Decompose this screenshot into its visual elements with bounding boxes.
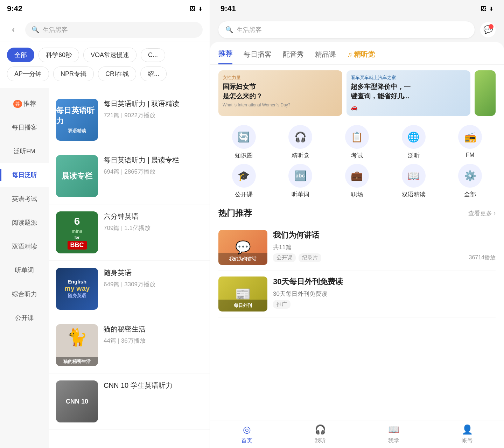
filter-ap[interactable]: AP一分钟 xyxy=(7,66,49,81)
icon-bilingual[interactable]: 📖 双语精读 xyxy=(393,164,435,198)
nav-bilingual[interactable]: 双语精读 xyxy=(0,234,49,258)
filter-row-2: AP一分钟 NPR专辑 CRI在线 绍... xyxy=(7,66,203,81)
filter-npr[interactable]: NPR专辑 xyxy=(53,66,94,81)
left-status-icons: 🖼 ⬇ xyxy=(190,6,203,12)
list-item[interactable]: 每日英语听力 双语精读 每日英语听力 | 双语精读 721篇 | 9022万播放 xyxy=(49,92,210,148)
banner-area: 女性力量 国际妇女节是怎么来的？ What is International W… xyxy=(210,65,504,121)
list-meta-1: 721篇 | 9022万播放 xyxy=(104,111,203,119)
icon-fanting[interactable]: 🌐 泛听 xyxy=(393,125,435,160)
bilingual-icon: 📖 xyxy=(402,164,426,188)
hot-card-1[interactable]: 我们为何讲话 💬 我们为何讲话 共11篇 公开课 纪录片 36714播放 xyxy=(218,224,496,271)
filter-c[interactable]: C... xyxy=(141,48,165,62)
icon-jingting[interactable]: 🎧 精听党 xyxy=(279,125,321,160)
left-search-input[interactable]: 🔍 生活黑客 xyxy=(25,22,203,38)
banner-tag: 女性力量 xyxy=(223,75,338,81)
list-item[interactable]: English my way 随身英语 随身英语 649篇 | 3309万播放 xyxy=(49,261,210,317)
icon-vocab[interactable]: 🔤 听单词 xyxy=(279,164,321,198)
icon-label-workplace: 职场 xyxy=(351,190,363,198)
right-status-bar: 9:41 🖼 ⬇ xyxy=(210,0,504,18)
opencourse-icon: 🎓 xyxy=(232,164,256,188)
hot-tag-documentary: 纪录片 xyxy=(299,253,321,262)
bottom-tab-account[interactable]: 👤 帐号 xyxy=(430,424,504,444)
hot-thumb-2: 每日外刊 📰 xyxy=(218,276,267,312)
icon-grid: 🔄 知识圈 🎧 精听党 📋 考试 🌐 泛听 📻 FM xyxy=(210,121,504,204)
right-search-input[interactable]: 🔍 生活黑客 xyxy=(218,21,475,38)
icon-opencourse[interactable]: 🎓 公开课 xyxy=(223,164,265,198)
bottom-tab-learn[interactable]: 📖 我学 xyxy=(357,424,430,444)
banner-womens-day[interactable]: 女性力量 国际妇女节是怎么来的？ What is International W… xyxy=(218,70,342,116)
icon-fm[interactable]: 📻 FM xyxy=(449,125,491,160)
filter-more[interactable]: 绍... xyxy=(140,66,167,81)
icon-label-exam: 考试 xyxy=(351,152,363,160)
banner-third[interactable] xyxy=(475,70,496,116)
icon-row-1: 🔄 知识圈 🎧 精听党 📋 考试 🌐 泛听 📻 FM xyxy=(216,125,498,160)
nav-daily-podcast[interactable]: 每日播客 xyxy=(0,115,49,139)
bottom-tab-home[interactable]: ◎ 首页 xyxy=(210,424,284,444)
banner-title-1: 国际妇女节是怎么来的？ xyxy=(223,82,338,101)
listen-label: 我听 xyxy=(315,437,326,444)
icon-row-2: 🎓 公开课 🔤 听单词 💼 职场 📖 双语精读 ⚙️ 全部 xyxy=(216,164,498,198)
nav-opencourse[interactable]: 公开课 xyxy=(0,306,49,330)
nav-reading[interactable]: 阅读题源 xyxy=(0,211,49,234)
bottom-tab-listen[interactable]: 🎧 我听 xyxy=(284,424,357,444)
filter-row-1: 全部 科学60秒 VOA常速慢速 C... xyxy=(7,48,203,62)
hot-plays-1: 36714播放 xyxy=(469,254,496,261)
tab-premium[interactable]: 精品课 xyxy=(315,50,336,64)
home-label: 首页 xyxy=(241,437,252,444)
banner-car[interactable]: 看车买车就上汽车之家 超多车型降价中，一键查询，能省好几... 🚗 xyxy=(346,70,470,116)
filter-science[interactable]: 科学60秒 xyxy=(38,48,79,62)
nav-english-exam[interactable]: 英语考试 xyxy=(0,187,49,211)
left-content-area: 荐推荐 每日播客 泛听FM 每日泛听 英语考试 阅读题源 双语精读 听单词 综合… xyxy=(0,88,210,448)
icon-label-opencourse: 公开课 xyxy=(235,190,253,198)
nav-daily-listen[interactable]: 每日泛听 xyxy=(0,163,49,187)
recommend-badge: 荐 xyxy=(13,100,22,108)
list-thumb-6: CNN 10 xyxy=(56,380,98,422)
list-item[interactable]: 6 mins for BBC 六分钟英语 709篇 | 1.1亿播放 xyxy=(49,204,210,261)
list-title-1: 每日英语听力 | 双语精读 xyxy=(104,99,203,108)
see-more-button[interactable]: 查看更多 › xyxy=(468,209,496,217)
list-meta-5: 44篇 | 36万播放 xyxy=(104,337,203,345)
fm-icon: 📻 xyxy=(458,125,482,149)
search-icon: 🔍 xyxy=(31,26,39,34)
nav-vocab[interactable]: 听单词 xyxy=(0,258,49,282)
filter-area: 全部 科学60秒 VOA常速慢速 C... AP一分钟 NPR专辑 CRI在线 … xyxy=(0,42,210,88)
exam-icon: 📋 xyxy=(345,125,369,149)
icon-exam[interactable]: 📋 考试 xyxy=(336,125,378,160)
tab-jingting[interactable]: ♬精听党 xyxy=(347,50,375,64)
icon-label-bilingual: 双语精读 xyxy=(402,190,426,198)
list-item[interactable]: 晨读专栏 每日英语听力 | 晨读专栏 694篇 | 2865万播放 xyxy=(49,148,210,204)
tab-dubbing[interactable]: 配音秀 xyxy=(283,50,304,64)
hot-title: 热门推荐 xyxy=(218,208,252,219)
hot-card-2[interactable]: 每日外刊 📰 30天每日外刊免费读 30天每日外刊免费读 推广 xyxy=(218,271,496,317)
filter-voa[interactable]: VOA常速慢速 xyxy=(83,48,136,62)
list-item[interactable]: 猫的秘密生活 🐈 猫的秘密生活 44篇 | 36万播放 xyxy=(49,317,210,373)
nav-recommend[interactable]: 荐推荐 xyxy=(0,92,49,115)
icon-workplace[interactable]: 💼 职场 xyxy=(336,164,378,198)
tab-recommend[interactable]: 推荐 xyxy=(218,49,232,64)
jingting-icon: 🎧 xyxy=(288,125,312,149)
list-item[interactable]: CNN 10 CNN 10 学生英语听力 xyxy=(49,373,210,430)
hot-tags-2: 推广 xyxy=(273,300,496,309)
right-status-icons: 🖼 ⬇ xyxy=(481,6,493,12)
home-icon: ◎ xyxy=(243,424,251,435)
icon-label-jingting: 精听党 xyxy=(292,152,309,160)
list-meta-4: 649篇 | 3309万播放 xyxy=(104,280,203,288)
notification-badge xyxy=(489,24,493,29)
tab-daily-podcast[interactable]: 每日播客 xyxy=(244,50,272,64)
left-search-text: 生活黑客 xyxy=(43,26,68,34)
nav-comprehensive[interactable]: 综合听力 xyxy=(0,282,49,306)
icon-all[interactable]: ⚙️ 全部 xyxy=(449,164,491,198)
banner-subtitle: What is International Women's Day? xyxy=(223,102,338,108)
filter-cri[interactable]: CRI在线 xyxy=(98,66,136,81)
icon-label-fanting: 泛听 xyxy=(408,152,420,160)
back-button[interactable]: ‹ xyxy=(7,23,20,36)
vocab-icon: 🔤 xyxy=(288,164,312,188)
all-icon: ⚙️ xyxy=(458,164,482,188)
nav-fm[interactable]: 泛听FM xyxy=(0,139,49,163)
hot-name-1: 我们为何讲话 xyxy=(273,230,496,240)
left-search-bar: ‹ 🔍 生活黑客 xyxy=(0,18,210,42)
hot-tags-1: 公开课 纪录片 36714播放 xyxy=(273,253,496,262)
icon-knowledge[interactable]: 🔄 知识圈 xyxy=(223,125,265,160)
notification-button[interactable]: 💬 xyxy=(480,22,496,37)
filter-all[interactable]: 全部 xyxy=(7,48,34,62)
